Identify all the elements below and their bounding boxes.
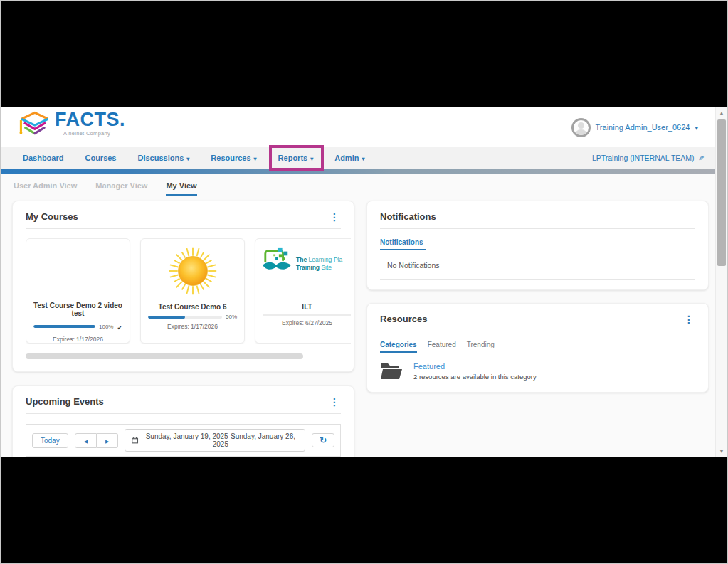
learning-site-logo-text: The Learning Pla Training Site <box>296 256 342 271</box>
letterbox-top <box>1 1 727 107</box>
kebab-menu-icon[interactable] <box>682 314 695 324</box>
course-expires: Expires: 1/17/2026 <box>141 323 244 330</box>
my-courses-card: My Courses Test Course Demo 2 video test <box>12 201 354 372</box>
tab-categories[interactable]: Categories <box>380 341 417 353</box>
course-tiles: Test Course Demo 2 video test 100% Expir… <box>26 238 351 344</box>
no-notifications-message: No Notifications <box>387 261 695 270</box>
chevron-down-icon <box>695 123 698 132</box>
view-tabs: User Admin View Manager View My View <box>1 174 717 196</box>
prev-week-button[interactable] <box>75 433 97 448</box>
app-viewport: FACTS. A nelnet Company Training Admin_U… <box>1 107 727 457</box>
horizontal-scrollbar[interactable] <box>26 353 303 359</box>
scroll-down-arrow-icon[interactable]: ▼ <box>716 446 727 457</box>
column-date: Date <box>26 457 97 457</box>
avatar <box>571 118 591 137</box>
kebab-menu-icon[interactable] <box>328 212 341 222</box>
progress-label: 50% <box>226 314 237 320</box>
left-column: My Courses Test Course Demo 2 video test <box>12 201 354 457</box>
nav-discussions[interactable]: Discussions <box>127 147 201 169</box>
calendar-icon <box>132 437 138 444</box>
resources-card: Resources Categories Featured Trending <box>366 303 709 393</box>
divider <box>26 413 341 414</box>
kebab-menu-icon[interactable] <box>328 397 341 407</box>
divider <box>380 331 695 331</box>
next-week-button[interactable] <box>97 433 118 448</box>
scroll-up-arrow-icon[interactable]: ▲ <box>716 107 727 119</box>
edit-pencil-icon: ✎ <box>698 154 704 162</box>
user-menu[interactable]: Training Admin_User_0624 <box>571 118 698 137</box>
scrollbar-thumb[interactable] <box>717 119 726 266</box>
my-courses-title: My Courses <box>26 211 78 222</box>
course-expires: Expires: 6/27/2025 <box>255 319 351 326</box>
right-column: Notifications Notifications No Notificat… <box>366 201 709 393</box>
course-tile[interactable]: Test Course Demo 2 video test 100% Expir… <box>26 238 130 344</box>
chevron-down-icon <box>186 154 189 162</box>
progress-bar <box>148 316 222 319</box>
notifications-title: Notifications <box>380 211 436 222</box>
today-button[interactable]: Today <box>32 433 68 448</box>
course-tile[interactable]: The Learning Pla Training Site ILT <box>255 238 351 344</box>
notifications-card: Notifications Notifications No Notificat… <box>366 201 709 290</box>
letterbox-bottom <box>1 457 727 564</box>
divider <box>26 228 341 229</box>
chevron-down-icon <box>310 154 313 162</box>
upcoming-events-card: Upcoming Events Today <box>12 385 354 457</box>
resources-title: Resources <box>380 314 427 324</box>
vertical-scrollbar[interactable]: ▲ ▼ <box>715 107 727 457</box>
nav-resources[interactable]: Resources <box>200 147 267 169</box>
top-nav: Dashboard Courses Discussions Resources … <box>1 147 717 169</box>
resource-category-item[interactable]: Featured 2 resources are available in th… <box>380 362 695 381</box>
folder-open-icon <box>380 362 403 381</box>
sun-icon <box>169 247 217 295</box>
screenshot-frame: FACTS. A nelnet Company Training Admin_U… <box>0 0 728 564</box>
upcoming-events-title: Upcoming Events <box>26 396 104 407</box>
team-selector[interactable]: LPTraining (INTERNAL TEAM) ✎ <box>592 154 704 162</box>
progress-bar <box>33 325 95 328</box>
tab-trending[interactable]: Trending <box>467 341 495 353</box>
resources-tabs: Categories Featured Trending <box>380 341 695 353</box>
progress-label: 100% <box>99 324 113 330</box>
learning-site-book-icon <box>261 246 292 275</box>
accent-gradient-bar <box>1 169 717 174</box>
divider <box>380 279 695 280</box>
chevron-down-icon <box>362 154 364 162</box>
chevron-down-icon <box>254 154 257 162</box>
progress-bar <box>263 314 351 316</box>
course-thumbnail-learning-site: The Learning Pla Training Site <box>255 239 351 303</box>
nav-reports[interactable]: Reports <box>268 147 325 169</box>
dashboard-content: My Courses Test Course Demo 2 video test <box>1 196 717 457</box>
tab-user-admin-view[interactable]: User Admin View <box>14 181 77 196</box>
nav-admin[interactable]: Admin <box>324 147 375 169</box>
brand-tagline: A nelnet Company <box>63 131 125 137</box>
completed-check-icon <box>117 320 122 333</box>
tab-my-view[interactable]: My View <box>166 181 196 196</box>
events-table-header: Date Time Event <box>26 456 340 457</box>
course-tile[interactable]: Test Course Demo 6 50% Expires: 1/17/202… <box>140 238 245 344</box>
course-title: ILT <box>255 303 351 311</box>
column-time: Time <box>97 457 162 457</box>
date-range-button[interactable]: Sunday, January 19, 2025-Sunday, January… <box>125 429 305 452</box>
lms-page: FACTS. A nelnet Company Training Admin_U… <box>1 107 717 457</box>
tab-featured[interactable]: Featured <box>428 341 456 353</box>
course-title: Test Course Demo 2 video test <box>26 302 130 317</box>
notifications-subtab[interactable]: Notifications <box>380 238 426 250</box>
column-event: Event <box>162 457 340 457</box>
refresh-button[interactable] <box>312 433 334 447</box>
course-expires: Expires: 1/17/2026 <box>26 336 130 343</box>
user-name: Training Admin_User_0624 <box>596 123 690 132</box>
facts-logo-icon <box>18 110 51 144</box>
nav-dashboard[interactable]: Dashboard <box>12 147 74 169</box>
course-thumbnail <box>26 239 130 302</box>
course-thumbnail-sun <box>141 239 244 303</box>
resource-category-description: 2 resources are available in this catego… <box>413 373 537 381</box>
facts-logo: FACTS. A nelnet Company <box>18 110 125 144</box>
resource-category-name: Featured <box>413 362 537 371</box>
site-header: FACTS. A nelnet Company Training Admin_U… <box>1 107 717 147</box>
divider <box>380 228 695 229</box>
tab-manager-view[interactable]: Manager View <box>95 181 147 196</box>
events-calendar-widget: Today <box>26 424 341 457</box>
brand-name: FACTS. <box>55 110 125 129</box>
course-title: Test Course Demo 6 <box>141 303 244 311</box>
nav-courses[interactable]: Courses <box>74 147 127 169</box>
